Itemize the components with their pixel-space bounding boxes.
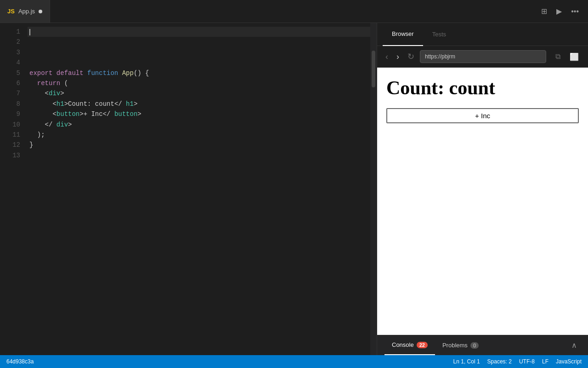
status-bar: 64d938c3a Ln 1, Col 1 Spaces: 2 UTF-8 LF… <box>0 355 588 368</box>
code-line-3 <box>28 47 370 58</box>
tab-actions: ⊞ ▶ ••• <box>537 4 588 18</box>
reload-button[interactable]: ↻ <box>405 50 417 63</box>
open-external-button[interactable]: ⬜ <box>566 51 582 63</box>
code-line-1 <box>28 27 370 37</box>
console-badge: 22 <box>417 342 428 348</box>
line-num-6: 6 <box>0 78 20 88</box>
code-line-13 <box>28 150 370 161</box>
code-area[interactable]: export default function App() { return (… <box>28 23 370 355</box>
status-bar-right: Ln 1, Col 1 Spaces: 2 UTF-8 LF JavaScrip… <box>453 358 582 365</box>
spaces-info: Spaces: 2 <box>487 358 512 365</box>
line-num-11: 11 <box>0 130 20 140</box>
browser-top-tabs: Browser Tests <box>383 23 455 46</box>
line-num-5: 5 <box>0 68 20 78</box>
browser-panel: Browser Tests ‹ › ↻ ⧉ ⬜ Count: count + I… <box>377 23 588 355</box>
code-line-10: </ div> <box>28 120 370 130</box>
unsaved-dot <box>39 10 42 13</box>
tab-tests[interactable]: Tests <box>423 23 455 46</box>
forward-button[interactable]: › <box>394 50 402 63</box>
tab-browser[interactable]: Browser <box>383 23 423 46</box>
line-num-8: 8 <box>0 99 20 109</box>
layout-toggle-button[interactable]: ⊞ <box>537 4 551 18</box>
line-num-10: 10 <box>0 120 20 130</box>
code-line-2 <box>28 37 370 47</box>
browser-action-btns: ⧉ ⬜ <box>552 51 582 63</box>
line-num-2: 2 <box>0 37 20 47</box>
console-collapse-button[interactable]: ∧ <box>568 341 581 350</box>
inc-button[interactable]: + Inc <box>386 108 579 123</box>
status-bar-left: 64d938c3a <box>6 358 34 365</box>
console-bar: Console 22 Problems 0 ∧ <box>377 335 588 355</box>
back-button[interactable]: ‹ <box>383 50 391 63</box>
browser-header: Browser Tests <box>377 23 588 46</box>
editor-scrollbar[interactable] <box>370 23 377 355</box>
problems-label: Problems <box>442 342 468 349</box>
url-input[interactable] <box>420 50 546 63</box>
main-area: 1 2 3 4 5 6 7 8 9 10 11 12 13 <box>0 23 588 355</box>
more-button[interactable]: ••• <box>567 5 582 18</box>
problems-tab[interactable]: Problems 0 <box>435 335 486 355</box>
js-icon: JS <box>7 8 15 15</box>
line-num-4: 4 <box>0 58 20 68</box>
code-line-4 <box>28 58 370 68</box>
browser-viewport: Count: count + Inc <box>377 68 588 335</box>
tab-bar: JS App.js ⊞ ▶ ••• <box>0 0 588 23</box>
line-num-12: 12 <box>0 140 20 150</box>
console-label: Console <box>392 341 414 348</box>
tab-filename: App.js <box>18 8 35 15</box>
line-num-3: 3 <box>0 47 20 58</box>
line-num-7: 7 <box>0 88 20 98</box>
code-line-5: export default function App() { <box>28 68 370 78</box>
problems-badge: 0 <box>470 342 479 349</box>
code-line-8: <h1>Count: count</ h1> <box>28 99 370 109</box>
code-line-7: <div> <box>28 88 370 98</box>
copy-url-button[interactable]: ⧉ <box>552 51 564 63</box>
line-numbers: 1 2 3 4 5 6 7 8 9 10 11 12 13 <box>0 23 28 355</box>
line-num-13: 13 <box>0 150 20 161</box>
code-line-12: } <box>28 140 370 150</box>
editor-scrollbar-thumb[interactable] <box>372 51 375 87</box>
cursor-position: Ln 1, Col 1 <box>453 358 480 365</box>
browser-nav-bar: ‹ › ↻ ⧉ ⬜ <box>377 46 588 68</box>
language-info: JavaScript <box>556 358 582 365</box>
git-hash: 64d938c3a <box>6 358 34 365</box>
app-js-tab[interactable]: JS App.js <box>0 0 50 23</box>
code-line-11: ); <box>28 130 370 140</box>
line-num-9: 9 <box>0 109 20 119</box>
encoding-info: UTF-8 <box>519 358 535 365</box>
line-num-1: 1 <box>0 27 20 37</box>
editor-panel: 1 2 3 4 5 6 7 8 9 10 11 12 13 <box>0 23 377 355</box>
editor-content[interactable]: 1 2 3 4 5 6 7 8 9 10 11 12 13 <box>0 23 377 355</box>
text-cursor <box>29 29 30 35</box>
eol-info: LF <box>542 358 548 365</box>
code-line-6: return ( <box>28 78 370 88</box>
console-tab[interactable]: Console 22 <box>384 335 435 355</box>
code-line-9: <button>+ Inc</ button> <box>28 109 370 119</box>
browser-app-heading: Count: count <box>386 77 579 99</box>
play-button[interactable]: ▶ <box>553 4 565 18</box>
